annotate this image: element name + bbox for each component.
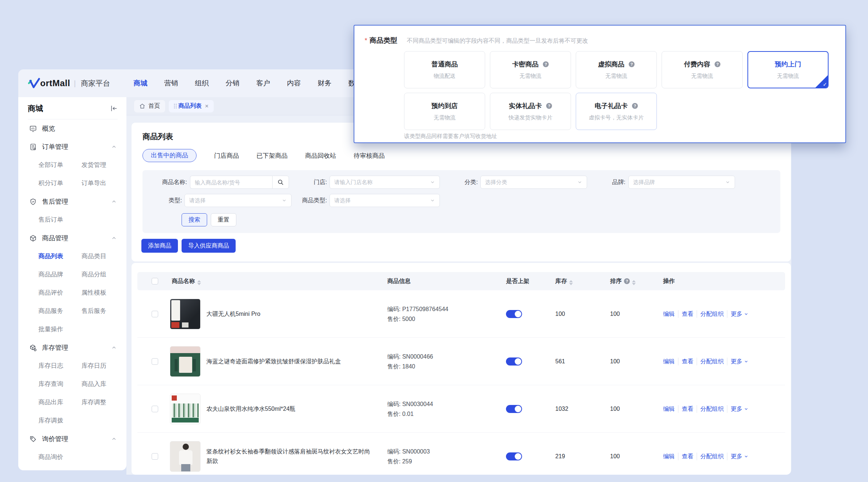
chevron-up-icon[interactable] — [111, 144, 117, 150]
sidebar-group-inquiry[interactable]: 询价管理 — [18, 430, 126, 448]
tab-on-sale[interactable]: 出售中的商品 — [142, 149, 197, 162]
assign-org-link[interactable]: 分配组织 — [697, 310, 727, 318]
sidebar-collapse-icon[interactable] — [110, 105, 118, 112]
question-circle-icon[interactable]: ? — [546, 103, 552, 109]
sidebar-group-inventory[interactable]: 库存管理 — [18, 338, 126, 357]
nav-item-customer[interactable]: 客户 — [256, 79, 270, 88]
sidebar-item-inventory-transfer[interactable]: 库存调拨 — [38, 412, 81, 430]
close-icon[interactable]: × — [205, 103, 209, 109]
question-circle-icon[interactable]: ? — [632, 103, 638, 109]
sidebar-item-product-groups[interactable]: 商品分组 — [81, 265, 126, 284]
chevron-up-icon[interactable] — [111, 345, 117, 351]
view-link[interactable]: 查看 — [678, 452, 697, 460]
on-sale-toggle[interactable] — [506, 452, 522, 460]
sidebar-item-order-export[interactable]: 订单导出 — [81, 174, 126, 192]
sidebar-item-product-brands[interactable]: 商品品牌 — [38, 265, 81, 284]
assign-org-link[interactable]: 分配组织 — [697, 357, 727, 365]
type-card-store-appointment[interactable]: 预约到店 无需物流 — [404, 93, 485, 130]
type-card-physical-gift-card[interactable]: 实体礼品卡? 快递发货实物卡片 — [490, 93, 571, 130]
row-checkbox[interactable] — [152, 453, 158, 460]
sidebar-item-attribute-templates[interactable]: 属性模板 — [81, 284, 126, 302]
edit-link[interactable]: 编辑 — [663, 405, 678, 413]
import-supplier-products-button[interactable]: 导入供应商商品 — [182, 239, 236, 253]
type-card-normal[interactable]: 普通商品 物流配送 — [404, 51, 485, 88]
add-product-button[interactable]: 添加商品 — [141, 239, 178, 253]
sidebar-item-outbound[interactable]: 商品出库 — [38, 393, 81, 412]
question-circle-icon[interactable]: ? — [624, 278, 630, 284]
sidebar-item-inventory-adjust[interactable]: 库存调整 — [81, 393, 126, 412]
tab-recycle-bin[interactable]: 商品回收站 — [305, 152, 336, 160]
column-header-stock[interactable]: 库存 — [555, 272, 573, 290]
assign-org-link[interactable]: 分配组织 — [697, 405, 727, 413]
nav-item-marketing[interactable]: 营销 — [164, 79, 178, 88]
product-name-input[interactable] — [190, 176, 272, 189]
view-link[interactable]: 查看 — [678, 405, 697, 413]
sidebar-item-inbound[interactable]: 商品入库 — [81, 375, 126, 393]
type-card-paid-content[interactable]: 付费内容? 无需物流 — [662, 51, 743, 88]
nav-item-distribution[interactable]: 分销 — [225, 79, 239, 88]
product-type-select[interactable]: 请选择 — [330, 194, 440, 207]
more-link[interactable]: 更多 — [727, 310, 752, 318]
breadcrumb-home[interactable]: 首页 — [134, 100, 165, 112]
type-card-virtual[interactable]: 虚拟商品? 无需物流 — [576, 51, 657, 88]
on-sale-toggle[interactable] — [506, 357, 522, 366]
more-link[interactable]: 更多 — [727, 357, 752, 365]
sidebar-group-aftersale[interactable]: 售后管理 — [18, 192, 126, 211]
more-link[interactable]: 更多 — [727, 405, 752, 413]
chevron-up-icon[interactable] — [111, 436, 117, 442]
type-card-card-key[interactable]: 卡密商品? 无需物流 — [490, 51, 571, 88]
question-circle-icon[interactable]: ? — [629, 61, 635, 67]
type-card-home-appointment[interactable]: 预约上门 无需物流 ✓ — [747, 51, 829, 88]
sidebar-item-inventory-log[interactable]: 库存日志 — [38, 357, 81, 375]
sidebar-item-overview[interactable]: 概览 — [18, 119, 126, 138]
sidebar-item-product-categories[interactable]: 商品类目 — [81, 247, 126, 265]
brand-select[interactable]: 选择品牌 — [628, 176, 735, 189]
sidebar-item-product-inquiry[interactable]: 商品询价 — [38, 448, 81, 466]
nav-item-mall[interactable]: 商城 — [133, 79, 147, 88]
sidebar-item-aftersale-services[interactable]: 售后服务 — [81, 302, 126, 320]
edit-link[interactable]: 编辑 — [663, 310, 678, 318]
category-select[interactable]: 选择分类 — [480, 176, 587, 189]
type-select[interactable]: 请选择 — [184, 194, 292, 207]
chevron-up-icon[interactable] — [111, 235, 117, 241]
view-link[interactable]: 查看 — [678, 310, 697, 318]
store-select[interactable]: 请输入门店名称 — [330, 176, 440, 189]
tab-store-products[interactable]: 门店商品 — [214, 152, 239, 160]
sidebar-item-product-list[interactable]: 商品列表 — [38, 247, 81, 265]
row-checkbox[interactable] — [152, 406, 158, 412]
reset-button[interactable]: 重置 — [211, 213, 236, 226]
tab-pending-review[interactable]: 待审核商品 — [354, 152, 385, 160]
drag-dots-icon[interactable] — [174, 104, 175, 105]
more-link[interactable]: 更多 — [727, 452, 752, 460]
sidebar-item-shipping[interactable]: 发货管理 — [81, 156, 126, 174]
sort-carets-icon[interactable] — [569, 280, 573, 285]
sidebar-item-batch-operations[interactable]: 批量操作 — [38, 320, 81, 338]
type-card-e-gift-card[interactable]: 电子礼品卡? 虚拟卡号，无实体卡片 — [576, 93, 657, 130]
edit-link[interactable]: 编辑 — [663, 452, 678, 460]
edit-link[interactable]: 编辑 — [663, 357, 678, 365]
sidebar-item-points-orders[interactable]: 积分订单 — [38, 174, 81, 192]
sidebar-item-all-orders[interactable]: 全部订单 — [38, 156, 81, 174]
sidebar-item-product-services[interactable]: 商品服务 — [38, 302, 81, 320]
breadcrumb-tab-product-list[interactable]: 商品列表 × — [169, 100, 214, 112]
nav-item-organization[interactable]: 组织 — [195, 79, 209, 88]
tab-delisted[interactable]: 已下架商品 — [256, 152, 288, 160]
on-sale-toggle[interactable] — [506, 405, 522, 413]
view-link[interactable]: 查看 — [678, 357, 697, 365]
question-circle-icon[interactable]: ? — [715, 61, 720, 67]
on-sale-toggle[interactable] — [506, 310, 522, 318]
sort-carets-icon[interactable] — [632, 280, 636, 285]
chevron-up-icon[interactable] — [111, 199, 117, 204]
select-all-checkbox[interactable] — [152, 278, 158, 284]
sidebar-item-aftersale-orders[interactable]: 售后订单 — [38, 211, 81, 229]
column-header-name[interactable]: 商品名称 — [172, 272, 201, 290]
question-circle-icon[interactable]: ? — [543, 61, 549, 67]
sidebar-group-orders[interactable]: 订单管理 — [18, 138, 126, 156]
sidebar-item-inventory-calendar[interactable]: 库存日历 — [81, 357, 126, 375]
sidebar-item-product-reviews[interactable]: 商品评价 — [38, 284, 81, 302]
row-checkbox[interactable] — [152, 358, 158, 365]
search-button[interactable]: 搜索 — [182, 213, 207, 226]
row-checkbox[interactable] — [152, 311, 158, 317]
nav-item-content[interactable]: 内容 — [287, 79, 301, 88]
sidebar-group-products[interactable]: 商品管理 — [18, 229, 126, 247]
